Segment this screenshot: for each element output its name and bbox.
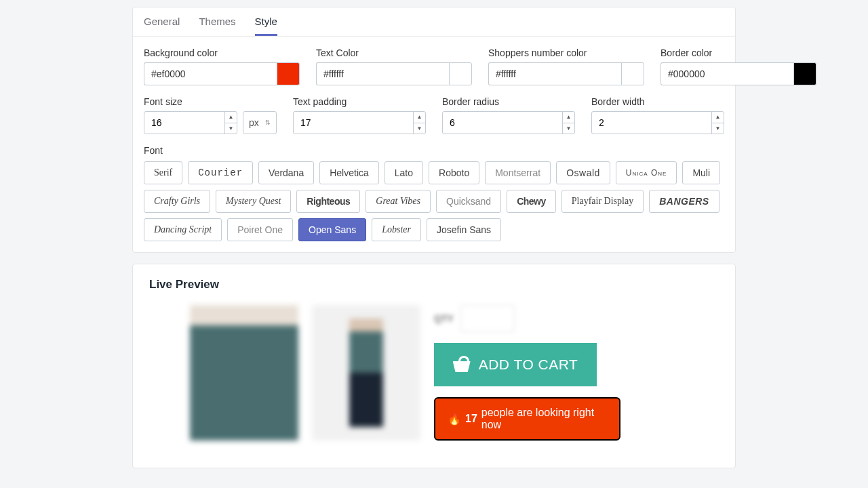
font-option-muli[interactable]: Muli — [682, 161, 720, 184]
border-radius-label: Border radius — [442, 96, 575, 107]
tab-style[interactable]: Style — [255, 7, 277, 36]
text-padding-label: Text padding — [293, 96, 426, 107]
product-image-main — [190, 305, 298, 441]
chevron-up-icon[interactable]: ▲ — [414, 112, 425, 123]
text-color-swatch[interactable] — [449, 62, 472, 85]
font-option-open-sans[interactable]: Open Sans — [298, 218, 366, 241]
background-color-label: Background color — [144, 47, 300, 58]
chevron-up-icon[interactable]: ▲ — [563, 112, 574, 123]
fire-icon: 🔥 — [448, 413, 461, 426]
font-option-quicksand[interactable]: Quicksand — [436, 190, 501, 213]
text-color-input[interactable] — [316, 62, 449, 85]
add-to-cart-button[interactable]: ADD TO CART — [434, 343, 597, 386]
font-option-montserrat[interactable]: Montserrat — [485, 161, 551, 184]
font-label: Font — [144, 145, 724, 156]
shoppers-count: 17 — [465, 413, 477, 425]
shoppers-color-input[interactable] — [488, 62, 621, 85]
shoppers-color-swatch[interactable] — [621, 62, 644, 85]
font-size-unit-select[interactable]: px ⇅ — [243, 111, 277, 134]
font-size-spinner[interactable]: ▲ ▼ — [224, 112, 237, 134]
chevron-up-icon[interactable]: ▲ — [712, 112, 724, 123]
text-padding-input[interactable] — [293, 111, 426, 134]
shoppers-color-label: Shoppers number color — [488, 47, 644, 58]
live-preview-title: Live Preview — [149, 278, 719, 291]
border-width-input[interactable] — [591, 111, 724, 134]
live-preview-panel: Live Preview QTY ADD TO CART 🔥 17 people — [132, 264, 736, 468]
qty-label: QTY — [434, 313, 454, 324]
add-to-cart-label: ADD TO CART — [479, 357, 578, 373]
font-option-unica-one[interactable]: Unica One — [616, 161, 677, 184]
font-option-helvetica[interactable]: Helvetica — [319, 161, 379, 184]
chevron-down-icon[interactable]: ▼ — [563, 123, 574, 134]
background-color-input[interactable] — [144, 62, 277, 85]
select-caret-icon: ⇅ — [265, 119, 271, 126]
font-option-lato[interactable]: Lato — [384, 161, 423, 184]
product-image-alt — [312, 305, 420, 441]
border-color-swatch[interactable] — [793, 62, 816, 85]
chevron-down-icon[interactable]: ▼ — [414, 123, 425, 134]
chevron-down-icon[interactable]: ▼ — [225, 123, 237, 134]
qty-input[interactable] — [460, 305, 515, 332]
font-option-josefin-sans[interactable]: Josefin Sans — [427, 218, 501, 241]
style-settings-panel: General Themes Style Background color Te… — [132, 7, 736, 253]
font-option-crafty-girls[interactable]: Crafty Girls — [144, 190, 210, 213]
text-padding-spinner[interactable]: ▲ ▼ — [413, 112, 425, 134]
chevron-down-icon[interactable]: ▼ — [712, 123, 724, 134]
shoppers-notice: 🔥 17 people are looking right now — [434, 397, 620, 441]
font-option-dancing-script[interactable]: Dancing Script — [144, 218, 222, 241]
font-option-oswald[interactable]: Oswald — [556, 161, 610, 184]
border-radius-input[interactable] — [442, 111, 575, 134]
font-option-mystery-quest[interactable]: Mystery Quest — [216, 190, 291, 213]
font-option-poiret-one[interactable]: Poiret One — [227, 218, 293, 241]
font-option-verdana[interactable]: Verdana — [258, 161, 314, 184]
font-option-great-vibes[interactable]: Great Vibes — [366, 190, 431, 213]
font-option-serif[interactable]: Serif — [144, 161, 182, 184]
border-color-input[interactable] — [660, 62, 793, 85]
font-option-righteous[interactable]: Righteous — [296, 190, 360, 213]
unit-label: px — [249, 117, 259, 128]
font-options: SerifCourierVerdanaHelveticaLatoRobotoMo… — [144, 161, 724, 241]
font-option-roboto[interactable]: Roboto — [429, 161, 479, 184]
tab-general[interactable]: General — [144, 7, 180, 36]
border-color-label: Border color — [660, 47, 816, 58]
font-size-input[interactable] — [144, 111, 237, 134]
text-color-label: Text Color — [316, 47, 472, 58]
shoppers-suffix: people are looking right now — [481, 407, 607, 431]
chevron-up-icon[interactable]: ▲ — [225, 112, 237, 123]
font-size-label: Font size — [144, 96, 277, 107]
border-width-spinner[interactable]: ▲ ▼ — [711, 112, 724, 134]
border-radius-spinner[interactable]: ▲ ▼ — [562, 112, 574, 134]
font-option-chewy[interactable]: Chewy — [507, 190, 556, 213]
basket-icon — [453, 357, 471, 372]
font-option-lobster[interactable]: Lobster — [372, 218, 421, 241]
font-option-courier[interactable]: Courier — [188, 161, 253, 184]
border-width-label: Border width — [591, 96, 724, 107]
font-option-playfair-display[interactable]: Playfair Display — [561, 190, 644, 213]
background-color-swatch[interactable] — [277, 62, 300, 85]
font-option-bangers[interactable]: BANGERS — [649, 190, 719, 213]
tabs: General Themes Style — [133, 7, 735, 37]
tab-themes[interactable]: Themes — [199, 7, 235, 36]
quantity-row: QTY — [434, 305, 620, 332]
